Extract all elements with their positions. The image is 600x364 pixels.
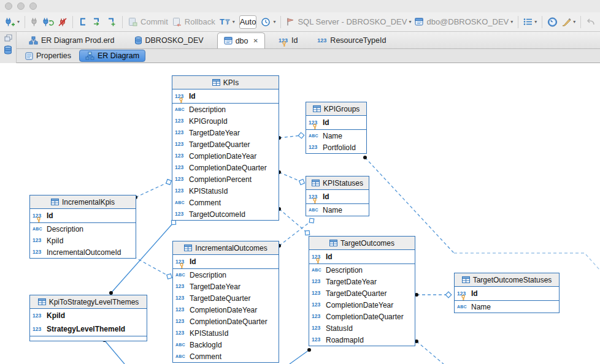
transaction-log-button[interactable]: T ▾ [217,16,237,28]
minimize-window-button[interactable] [17,2,25,10]
close-icon[interactable]: ✕ [253,37,258,44]
entity-IncrementalKpis[interactable]: IncrementalKpis123IdABCDescription123Kpi… [29,195,136,259]
column-CompletionDateQuarter[interactable]: 123CompletionDateQuarter [173,316,279,327]
schema-selector[interactable]: dbo@DBROSKO_DEV ▾ [413,16,515,28]
entity-title[interactable]: IncrementalKpis [30,195,136,209]
column-KpiId[interactable]: 123KpiId [30,235,136,246]
entity-title[interactable]: IncrementalOutcomes [173,241,279,255]
relation-line[interactable] [417,341,444,364]
transaction-commit-button[interactable] [90,16,104,28]
column-Name[interactable]: ABCName [455,301,559,313]
entity-title[interactable]: TargetOutcomes [309,237,415,250]
entity-KPIStatuses[interactable]: KPIStatuses123IdABCName [306,176,369,216]
column-Id[interactable]: 123Id [30,209,136,222]
relation-line[interactable] [136,182,169,197]
column-Comment[interactable]: ABCComment [173,351,279,362]
relation-line[interactable] [279,209,307,233]
column-PortfolioId[interactable]: 123PortfolioId [306,142,366,153]
tab-dbo[interactable]: dbo ✕ [217,32,265,48]
dashboard-button[interactable] [545,16,560,28]
column-KPIStatusId[interactable]: 123KPIStatusId [172,185,279,197]
column-StrategyLevelThemeId[interactable]: 123StrategyLevelThemeId [30,322,147,336]
entity-IncrementalOutcomes[interactable]: IncrementalOutcomes123IdABCDescription12… [172,241,279,363]
tx-mode-combo[interactable]: Auto [239,15,257,29]
entity-KpiToStrategyLevelThemes[interactable]: KpiToStrategyLevelThemes123KpiId123Strat… [29,295,147,341]
column-Id[interactable]: 123Id [309,250,415,264]
entity-KPIs[interactable]: KPIs123IdABCDescription123KPIGroupId123T… [172,75,279,221]
entity-title[interactable]: KpiToStrategyLevelThemes [30,295,147,309]
entity-TargetOutcomes[interactable]: TargetOutcomes123IdABCDescription123Targ… [309,236,415,346]
column-TargetDateQuarter[interactable]: 123TargetDateQuarter [173,292,279,304]
tab-dbrosko-dev[interactable]: DBROSKO_DEV [125,32,213,48]
relation-line[interactable] [279,172,302,182]
zoom-window-button[interactable] [29,2,37,10]
column-Description[interactable]: ABCDescription [30,223,136,235]
column-TargetDateQuarter[interactable]: 123TargetDateQuarter [172,138,279,150]
undo-button[interactable] [584,17,598,28]
disconnect-button[interactable] [56,16,69,28]
column-CompletionDateQuarter[interactable]: 123CompletionDateQuarter [309,311,415,322]
restore-panel-icon[interactable] [4,34,12,42]
relation-line[interactable] [104,340,125,364]
column-TargetDateYear[interactable]: 123TargetDateYear [172,127,279,138]
column-Description[interactable]: ABCDescription [173,269,279,281]
connection-selector[interactable]: SQL Server - DBROSKO_DEV ▾ [284,16,413,28]
integer-type-icon: 123 [175,165,187,170]
column-Name[interactable]: ABCName [306,204,369,216]
column-Id[interactable]: 123Id [173,255,279,268]
filter-t-icon: T [219,17,231,26]
relation-line[interactable] [290,350,309,364]
format-button[interactable]: ▾ [560,16,577,28]
column-StatusId[interactable]: 123StatusId [309,322,415,334]
column-CompletionDateYear[interactable]: 123CompletionDateYear [309,299,415,311]
column-Description[interactable]: ABCDescription [172,104,279,115]
tab-properties[interactable]: Properties [20,50,77,61]
column-IncrementalOutcomeId[interactable]: 123IncrementalOutcomeId [30,246,136,258]
relation-line[interactable] [134,257,169,276]
column-Name[interactable]: ABCName [306,130,366,142]
query-history-button[interactable]: ▾ [259,16,277,28]
column-CompletionDateYear[interactable]: 123CompletionDateYear [172,150,279,162]
rollback-button[interactable]: Rollback [170,16,217,28]
entity-title[interactable]: KPIs [172,76,279,89]
tab-id[interactable]: 123 Id [269,32,307,48]
column-Description[interactable]: ABCDescription [309,264,415,276]
column-BacklogId[interactable]: ABCBacklogId [173,339,279,351]
close-window-button[interactable] [5,2,12,10]
relation-line[interactable] [454,253,600,270]
tx-add-icon [106,17,117,26]
entity-TargetOutcomeStatuses[interactable]: TargetOutcomeStatuses123IdABCName [454,273,560,313]
column-Id[interactable]: 123Id [306,116,366,129]
commit-button[interactable]: Commit [126,16,170,28]
column-TargetDateYear[interactable]: 123TargetDateYear [309,276,415,287]
column-KpiId[interactable]: 123KpiId [30,309,147,322]
column-RoadmapId[interactable]: 123RoadmapId [309,334,415,346]
column-Id[interactable]: 123Id [455,287,559,300]
entity-KPIGroups[interactable]: KPIGroups123IdABCName123PortfolioId [306,102,367,154]
transaction-add-button[interactable] [104,16,119,28]
tab-er-diagram[interactable]: ER Diagram [79,50,145,62]
transaction-block-button[interactable] [76,16,90,28]
er-canvas[interactable]: KPIs123IdABCDescription123KPIGroupId123T… [0,63,600,364]
column-TargetOutcomeId[interactable]: 123TargetOutcomeId [172,208,279,220]
column-CompletionDateQuarter[interactable]: 123CompletionDateQuarter [172,162,279,173]
column-KPIGroupId[interactable]: 123KPIGroupId [172,115,279,127]
column-Comment[interactable]: ABCComment [172,197,279,208]
connect-button[interactable] [28,16,40,28]
database-navigator-icon[interactable] [4,45,12,55]
tab-resourcetypeid[interactable]: 123 ResourceTypeId [307,32,396,48]
tab-er-diagram-prod[interactable]: ER Diagram Prod.erd [19,32,125,48]
column-CompletionPercent[interactable]: 123CompletionPercent [172,173,279,185]
reconnect-button[interactable] [40,16,56,28]
column-TargetDateYear[interactable]: 123TargetDateYear [173,281,279,292]
entity-title[interactable]: TargetOutcomeStatuses [455,273,559,287]
column-CompletionDateYear[interactable]: 123CompletionDateYear [173,304,279,316]
column-Id[interactable]: 123Id [172,89,279,103]
column-KPIStatusId[interactable]: 123KPIStatusId [173,327,279,339]
entity-title[interactable]: KPIStatuses [306,176,369,190]
column-Id[interactable]: 123Id [306,190,369,203]
entity-title[interactable]: KPIGroups [306,102,366,116]
column-TargetDateQuarter[interactable]: 123TargetDateQuarter [309,287,415,299]
new-connection-button[interactable]: ▾ [2,16,21,28]
view-options-button[interactable]: ▾ [521,17,539,27]
